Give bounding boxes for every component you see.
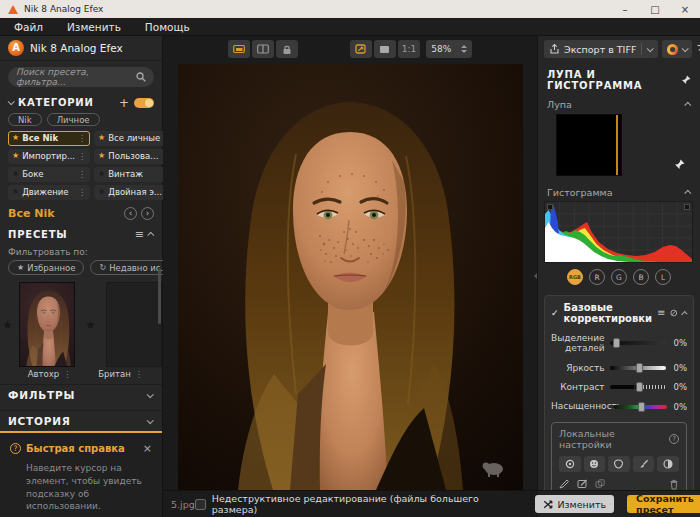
duplicate-icon[interactable] bbox=[595, 479, 606, 489]
zoom-fit-button[interactable] bbox=[350, 40, 372, 58]
saturation-slider[interactable] bbox=[613, 405, 667, 409]
trash-icon[interactable] bbox=[669, 479, 679, 490]
control-point-icon bbox=[565, 459, 575, 469]
histogram-label: Гистограмма bbox=[547, 187, 686, 198]
pin-icon[interactable] bbox=[681, 75, 691, 85]
add-category-button[interactable]: + bbox=[119, 97, 129, 109]
filters-section-header[interactable]: ФИЛЬТРЫ bbox=[0, 384, 162, 405]
basic-collapse-icon[interactable] bbox=[681, 311, 687, 317]
history-section-header[interactable]: ИСТОРИЯ bbox=[0, 410, 162, 431]
color-wheel-icon bbox=[667, 44, 678, 55]
category-imported[interactable]: ★ Импортир... ⋮ bbox=[8, 149, 90, 164]
nondestructive-checkbox[interactable] bbox=[195, 499, 206, 510]
search-placeholder: Поиск пресета, фильтра... bbox=[16, 67, 136, 87]
filter-favorites-pill[interactable]: ★ Избранное bbox=[8, 260, 84, 275]
compare-view-button[interactable] bbox=[252, 40, 274, 58]
edit-button[interactable]: Изменить bbox=[535, 495, 614, 513]
loupe-pin-icon[interactable] bbox=[674, 159, 685, 170]
channel-g-button[interactable]: G bbox=[611, 269, 627, 285]
face-icon bbox=[589, 459, 599, 469]
fit-screen-icon bbox=[355, 44, 366, 54]
kebab-menu-icon[interactable]: ⋮ bbox=[63, 370, 71, 379]
pen-tool-icon[interactable] bbox=[559, 479, 570, 489]
kebab-menu-icon[interactable]: ⋮ bbox=[78, 134, 86, 143]
category-motion[interactable]: ★ Движение ⋮ bbox=[8, 185, 90, 200]
kebab-menu-icon[interactable]: ⋮ bbox=[78, 188, 86, 197]
maximize-button[interactable]: □ bbox=[640, 0, 670, 18]
preset-favorite-star-icon[interactable]: ★ bbox=[85, 319, 97, 331]
kebab-menu-icon[interactable]: ⋮ bbox=[78, 170, 86, 179]
quick-help-title: Быстрая справка bbox=[26, 443, 138, 454]
slider-handle[interactable] bbox=[636, 382, 643, 392]
search-input[interactable]: Поиск пресета, фильтра... bbox=[8, 67, 154, 87]
edit-box-icon[interactable] bbox=[577, 479, 588, 489]
presets-collapse-icon[interactable] bbox=[147, 232, 154, 239]
menu-help[interactable]: Помощь bbox=[145, 21, 190, 33]
reset-icon[interactable] bbox=[670, 308, 678, 318]
channel-b-button[interactable]: B bbox=[633, 269, 649, 285]
export-button[interactable]: Экспорт в TIFF bbox=[544, 40, 658, 58]
preset-thumbnail-british[interactable] bbox=[106, 282, 162, 367]
kebab-menu-icon[interactable]: ⋮ bbox=[135, 370, 143, 379]
control-point-tool-button[interactable] bbox=[559, 456, 581, 472]
photo-canvas[interactable] bbox=[178, 64, 523, 490]
menu-file[interactable]: Файл bbox=[14, 21, 43, 33]
kebab-menu-icon[interactable]: ⋮ bbox=[78, 152, 86, 161]
menu-edit[interactable]: Изменить bbox=[67, 21, 121, 33]
slider-value: 0% bbox=[671, 338, 687, 348]
zoom-level-spinner[interactable]: 58% bbox=[426, 40, 472, 58]
categories-toggle[interactable] bbox=[134, 98, 154, 108]
star-icon: ★ bbox=[17, 263, 24, 272]
gradient-tool-button[interactable] bbox=[657, 456, 679, 472]
loupe-preview[interactable] bbox=[556, 114, 622, 176]
slider-handle[interactable] bbox=[636, 363, 643, 373]
local-help-icon[interactable]: ? bbox=[669, 434, 679, 444]
help-icon: ? bbox=[10, 443, 21, 454]
quick-help-panel: ? Быстрая справка × Наведите курсор на э… bbox=[0, 431, 162, 517]
lasso-shape-icon bbox=[613, 459, 624, 469]
color-profile-button[interactable] bbox=[662, 40, 692, 58]
shadow-clip-toggle[interactable] bbox=[547, 204, 553, 210]
single-preview-button[interactable] bbox=[228, 40, 250, 58]
collapse-panel-button[interactable] bbox=[696, 44, 700, 55]
tag-nik[interactable]: Nik bbox=[8, 113, 42, 126]
lock-view-button[interactable] bbox=[276, 40, 298, 58]
slider-value: 0% bbox=[671, 382, 687, 392]
loupe-cursor-line bbox=[616, 115, 618, 175]
save-preset-button[interactable]: Сохранить пресет bbox=[627, 495, 700, 513]
close-button[interactable]: × bbox=[670, 0, 700, 18]
polygon-selection-tool-button[interactable] bbox=[608, 456, 630, 472]
slider-handle[interactable] bbox=[638, 402, 645, 412]
presets-list-icon[interactable]: ≡ bbox=[135, 229, 144, 240]
brightness-slider[interactable] bbox=[610, 366, 666, 370]
export-dropdown-icon[interactable] bbox=[647, 45, 654, 52]
face-mask-tool-button[interactable] bbox=[584, 456, 606, 472]
preset-thumbnail-autochrome[interactable] bbox=[19, 282, 75, 367]
category-bokeh[interactable]: ★ Боке ⋮ bbox=[8, 167, 90, 182]
zoom-100-button[interactable]: 1:1 bbox=[398, 40, 420, 58]
contrast-slider[interactable] bbox=[610, 385, 666, 389]
preset-favorite-star-icon[interactable]: ★ bbox=[2, 319, 14, 331]
slider-label: Выделение деталей bbox=[551, 333, 605, 354]
prev-preset-button[interactable]: ‹ bbox=[124, 207, 137, 220]
highlight-clip-toggle[interactable] bbox=[684, 204, 690, 210]
detail-extraction-slider[interactable] bbox=[610, 341, 666, 345]
histogram[interactable] bbox=[544, 201, 693, 263]
quick-help-close-icon[interactable]: × bbox=[143, 442, 152, 455]
fullscreen-button[interactable] bbox=[374, 40, 396, 58]
slider-handle[interactable] bbox=[613, 338, 620, 348]
panel-menu-icon[interactable]: ≡ bbox=[657, 308, 665, 318]
next-preset-button[interactable]: › bbox=[141, 207, 154, 220]
sidebar-scrollbar[interactable] bbox=[158, 268, 161, 324]
channel-rgb-button[interactable]: RGB bbox=[567, 269, 583, 285]
channel-r-button[interactable]: R bbox=[589, 269, 605, 285]
minimize-button[interactable]: – bbox=[610, 0, 640, 18]
tag-personal[interactable]: Личное bbox=[47, 113, 100, 126]
brush-tool-button[interactable] bbox=[633, 456, 655, 472]
basic-adjustments-checkbox[interactable]: ✓ bbox=[551, 308, 559, 318]
spinner-arrows-icon[interactable] bbox=[461, 45, 467, 53]
channel-l-button[interactable]: L bbox=[655, 269, 671, 285]
recent-icon: ↻ bbox=[99, 263, 106, 272]
category-all-nik[interactable]: ★ Все Nik ⋮ bbox=[8, 131, 90, 146]
categories-collapse-icon[interactable] bbox=[8, 98, 15, 105]
